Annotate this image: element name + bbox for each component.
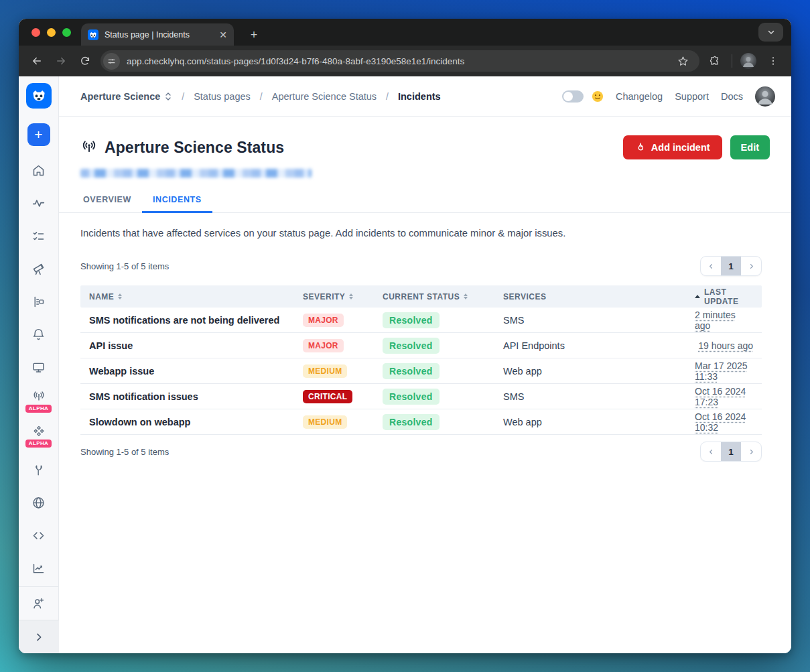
- sidebar-item-analytics[interactable]: [19, 552, 59, 585]
- tab-overview[interactable]: OVERVIEW: [72, 188, 142, 212]
- sidebar-item-maintenance[interactable]: [19, 454, 59, 486]
- sidebar-item-alerts[interactable]: [19, 318, 59, 351]
- breadcrumb-separator: /: [256, 91, 267, 102]
- expand-sidebar-button[interactable]: [19, 620, 59, 653]
- minimize-window-button[interactable]: [47, 28, 56, 37]
- window-controls: [31, 28, 71, 37]
- page-number[interactable]: 1: [721, 442, 741, 461]
- last-update-link[interactable]: 2 minutes ago: [695, 310, 753, 331]
- severity-badge: MEDIUM: [303, 364, 347, 378]
- browser-menu-icon[interactable]: [764, 52, 782, 70]
- theme-toggle[interactable]: [562, 90, 584, 103]
- reload-icon[interactable]: [76, 52, 94, 70]
- account-switcher[interactable]: Aperture Science: [80, 91, 172, 102]
- severity-badge: MEDIUM: [303, 415, 347, 429]
- bell-icon: [31, 328, 46, 342]
- home-icon: [31, 163, 46, 178]
- flame-icon: [635, 142, 646, 153]
- last-update-link[interactable]: Oct 16 2024 17:23: [695, 386, 753, 407]
- url-text: app.checklyhq.com/status-pages/1d0f3d24-…: [127, 56, 667, 66]
- list-checks-icon: [31, 229, 46, 243]
- forward-icon[interactable]: [52, 52, 70, 70]
- url-bar[interactable]: app.checklyhq.com/status-pages/1d0f3d24-…: [100, 50, 699, 72]
- user-avatar[interactable]: [755, 86, 775, 107]
- support-link[interactable]: Support: [675, 91, 709, 102]
- incident-services: Web app: [494, 417, 686, 427]
- incident-name: API issue: [80, 340, 294, 351]
- add-incident-label: Add incident: [651, 142, 710, 153]
- checkly-logo[interactable]: [26, 83, 52, 109]
- table-row[interactable]: SMS notifications are not being delivere…: [80, 308, 762, 333]
- column-header-name[interactable]: NAME: [80, 292, 294, 301]
- pagination-bottom: 1: [700, 442, 762, 462]
- breadcrumb-separator: /: [382, 91, 393, 102]
- test-sessions-icon: [31, 295, 46, 309]
- incident-services: SMS: [494, 315, 686, 326]
- site-settings-icon[interactable]: [103, 53, 120, 70]
- browser-profile-avatar[interactable]: [740, 53, 756, 69]
- last-update-link[interactable]: 19 hours ago: [698, 340, 753, 351]
- extensions-icon[interactable]: [706, 52, 724, 70]
- page-description: Incidents that have affected services on…: [80, 228, 762, 239]
- column-header-severity[interactable]: SEVERITY: [294, 292, 374, 301]
- smiley-emoji-icon[interactable]: [592, 90, 604, 103]
- breadcrumb-page-name[interactable]: Aperture Science Status: [272, 91, 377, 102]
- toolbar-actions: [706, 52, 782, 70]
- new-tab-button[interactable]: +: [245, 26, 263, 44]
- maintenance-tools-icon: [32, 464, 46, 477]
- edit-button[interactable]: Edit: [730, 135, 770, 159]
- next-page-button[interactable]: [741, 442, 761, 461]
- prev-page-button[interactable]: [701, 257, 721, 275]
- status-page-url-redacted[interactable]: [80, 169, 312, 178]
- table-row[interactable]: API issue MAJOR Resolved API Endpoints 1…: [80, 333, 762, 358]
- incident-services: Web app: [494, 366, 686, 377]
- column-header-last-update[interactable]: LAST UPDATE: [686, 287, 762, 306]
- incident-name: Webapp issue: [80, 366, 294, 377]
- changelog-link[interactable]: Changelog: [616, 91, 663, 102]
- trend-chart-icon: [31, 561, 46, 576]
- table-row[interactable]: Webapp issue MEDIUM Resolved Web app Mar…: [80, 358, 762, 384]
- next-page-button[interactable]: [741, 257, 761, 275]
- tab-incidents[interactable]: INCIDENTS: [142, 188, 212, 212]
- sort-icon: [464, 293, 468, 299]
- last-update-link[interactable]: Oct 16 2024 10:32: [695, 411, 753, 433]
- sidebar-item-invite-user[interactable]: [19, 586, 59, 620]
- incident-name: Slowdown on webapp: [80, 417, 294, 427]
- tab-close-icon[interactable]: ✕: [219, 30, 227, 40]
- sidebar-item-private-locations[interactable]: [19, 486, 59, 519]
- prev-page-button[interactable]: [701, 442, 721, 461]
- back-icon[interactable]: [28, 52, 46, 70]
- browser-tab[interactable]: Status page | Incidents ✕: [81, 23, 234, 46]
- browser-window: Status page | Incidents ✕ + app.checklyh…: [19, 19, 791, 653]
- page-number[interactable]: 1: [721, 257, 741, 275]
- sidebar-item-test-sessions[interactable]: [19, 285, 59, 318]
- sidebar-item-explore[interactable]: [19, 253, 59, 285]
- create-new-button[interactable]: +: [27, 123, 50, 146]
- severity-badge: MAJOR: [303, 339, 344, 352]
- docs-link[interactable]: Docs: [721, 91, 743, 102]
- sidebar-item-monitoring[interactable]: [19, 187, 59, 220]
- add-incident-button[interactable]: Add incident: [623, 135, 722, 159]
- incident-services: API Endpoints: [494, 340, 686, 351]
- sidebar-item-checks[interactable]: [19, 220, 59, 253]
- breadcrumb-status-pages[interactable]: Status pages: [194, 91, 251, 102]
- sidebar-item-snippets[interactable]: [19, 519, 59, 552]
- column-header-current-status[interactable]: CURRENT STATUS: [374, 292, 494, 301]
- table-row[interactable]: Slowdown on webapp MEDIUM Resolved Web a…: [80, 409, 762, 435]
- severity-badge: MAJOR: [303, 314, 344, 327]
- maximize-window-button[interactable]: [62, 28, 71, 37]
- close-window-button[interactable]: [31, 28, 40, 37]
- sidebar-item-rocky[interactable]: ALPHA: [19, 419, 59, 454]
- page-title: Aperture Science Status: [105, 139, 284, 157]
- tab-search-button[interactable]: [758, 23, 783, 42]
- sidebar-item-status-pages[interactable]: ALPHA: [19, 384, 59, 419]
- sidebar-item-home[interactable]: [19, 154, 59, 187]
- showing-count: Showing 1-5 of 5 items: [80, 261, 169, 271]
- alpha-badge: ALPHA: [25, 405, 52, 413]
- table-row[interactable]: SMS notification issues CRITICAL Resolve…: [80, 384, 762, 409]
- sidebar-item-dashboards[interactable]: [19, 351, 59, 384]
- code-icon: [31, 529, 46, 543]
- incident-services: SMS: [494, 391, 686, 402]
- bookmark-star-icon[interactable]: [674, 52, 691, 70]
- last-update-link[interactable]: Mar 17 2025 11:33: [695, 360, 753, 382]
